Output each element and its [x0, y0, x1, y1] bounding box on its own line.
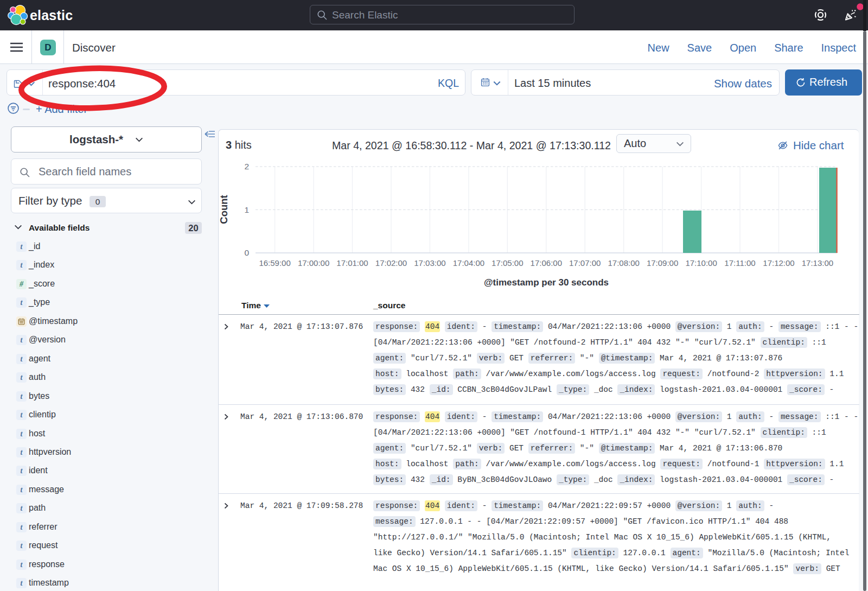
svg-text:17:04:00: 17:04:00: [453, 258, 484, 268]
svg-text:Count: Count: [219, 195, 229, 224]
svg-text:1: 1: [244, 205, 249, 214]
svg-text:17:08:00: 17:08:00: [608, 258, 640, 268]
svg-text:16:59:00: 16:59:00: [259, 258, 290, 268]
svg-text:2: 2: [244, 162, 249, 171]
svg-text:17:01:00: 17:01:00: [336, 258, 368, 268]
svg-text:17:06:00: 17:06:00: [531, 258, 562, 268]
svg-text:17:10:00: 17:10:00: [685, 258, 717, 268]
svg-text:17:05:00: 17:05:00: [492, 258, 523, 268]
svg-text:@timestamp per 30 seconds: @timestamp per 30 seconds: [484, 277, 609, 288]
svg-text:17:13:00: 17:13:00: [802, 258, 833, 268]
svg-text:17:02:00: 17:02:00: [375, 258, 407, 268]
svg-text:17:12:00: 17:12:00: [763, 258, 794, 268]
svg-text:17:09:00: 17:09:00: [647, 258, 678, 268]
svg-text:0: 0: [244, 248, 249, 257]
svg-text:17:11:00: 17:11:00: [724, 258, 755, 268]
svg-text:17:07:00: 17:07:00: [569, 258, 601, 268]
svg-text:17:03:00: 17:03:00: [414, 258, 445, 268]
svg-text:17:00:00: 17:00:00: [298, 258, 329, 268]
